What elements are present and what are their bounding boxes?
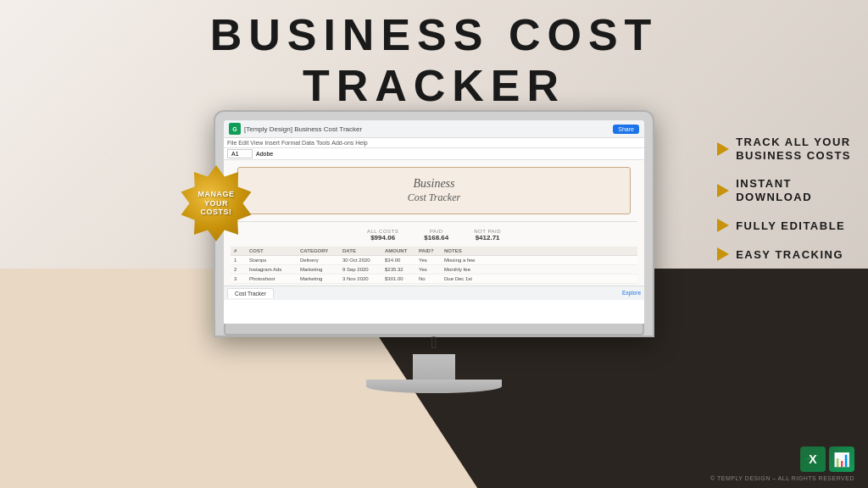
explore-button[interactable]: Explore <box>622 290 641 296</box>
row2-amount: $235.32 <box>385 267 419 272</box>
feature-tracking-text: EASY TRACKING <box>736 248 843 262</box>
formula-content: Adobe <box>256 151 273 157</box>
tracker-header-text: Business Cost Tracker <box>408 176 460 205</box>
arrow-icon <box>717 184 729 197</box>
toolbar-addons[interactable]: Add-ons <box>331 140 353 146</box>
app-icons: X 📊 <box>800 446 854 472</box>
apple-logo:  <box>214 333 654 352</box>
title-line2: TRACKER <box>0 61 868 112</box>
monitor-neck <box>413 354 455 380</box>
all-costs-label: ALL COSTS <box>367 229 398 234</box>
col-date: DATE <box>342 248 385 253</box>
row1-category: Delivery <box>300 258 342 263</box>
bottom-section: X 📊 © TEMPLY DESIGN – ALL RIGHTS RESERVE… <box>710 446 854 481</box>
col-notes: NOTES <box>444 248 495 253</box>
toolbar-data[interactable]: Data <box>302 140 314 146</box>
col-cost: COST <box>249 248 300 253</box>
paid-cell: PAID $168.64 <box>424 229 448 241</box>
cell-reference: A1 <box>227 149 253 158</box>
toolbar-help[interactable]: Help <box>355 140 367 146</box>
feature-item-download: INSTANTDOWNLOAD <box>717 177 851 203</box>
all-costs-cell: ALL COSTS $994.06 <box>367 229 398 241</box>
row2-date: 9 Sep 2020 <box>342 267 385 272</box>
toolbar-tools[interactable]: Tools <box>316 140 330 146</box>
arrow-icon <box>717 247 729 261</box>
row1-date: 30 Oct 2020 <box>342 258 385 263</box>
main-container: BUSINESS COST TRACKER MANAGEYOURCOSTS! G… <box>0 0 868 488</box>
table-row: 3 Photoshoot Marketing 3 Nov 2020 $301.0… <box>231 274 637 284</box>
not-paid-value: $412.71 <box>474 234 501 241</box>
share-button[interactable]: Share <box>613 125 639 134</box>
sheet-toolbar: File Edit View Insert Format Data Tools … <box>224 138 644 148</box>
arrow-icon <box>717 219 729 232</box>
sheets-label: 📊 <box>833 452 850 468</box>
sheet-content: Business Cost Tracker ALL COSTS $994.06 … <box>224 160 644 286</box>
feature-item-tracking: EASY TRACKING <box>717 247 851 261</box>
toolbar-edit[interactable]: Edit <box>238 140 248 146</box>
toolbar-insert[interactable]: Insert <box>264 140 280 146</box>
feature-download-text: INSTANTDOWNLOAD <box>736 177 812 203</box>
badge-shape: MANAGEYOURCOSTS! <box>178 165 254 241</box>
feature-track-text: TRACK ALL YOURBUSINESS COSTS <box>736 136 851 162</box>
toolbar-file[interactable]: File <box>227 140 236 146</box>
row3-cost: Photoshoot <box>249 276 300 281</box>
row3-notes: Due Dec 1st <box>444 276 495 281</box>
row2-category: Marketing <box>300 267 342 272</box>
row1-notes: Missing a few <box>444 258 495 263</box>
excel-icon: X <box>800 446 826 472</box>
col-paid: PAID? <box>419 248 444 253</box>
sheet-title: [Temply Design] Business Cost Tracker <box>244 125 609 133</box>
row2-notes: Monthly fee <box>444 267 495 272</box>
row1-cost: Stamps <box>249 258 300 263</box>
tracker-title-line1: Business <box>408 176 460 191</box>
row2-cost: Instagram Ads <box>249 267 300 272</box>
col-category: CATEGORY <box>300 248 342 253</box>
copyright-text: © TEMPLY DESIGN – ALL RIGHTS RESERVED <box>710 475 854 481</box>
feature-item-editable: FULLY EDITABLE <box>717 219 851 232</box>
row3-num: 3 <box>234 276 249 281</box>
feature-editable-text: FULLY EDITABLE <box>736 219 845 233</box>
table-row: 2 Instagram Ads Marketing 9 Sep 2020 $23… <box>231 265 637 274</box>
gold-badge: MANAGEYOURCOSTS! <box>178 165 254 241</box>
monitor-container: G [Temply Design] Business Cost Tracker … <box>214 110 654 393</box>
feature-item-track: TRACK ALL YOURBUSINESS COSTS <box>717 136 851 162</box>
paid-value: $168.64 <box>424 234 448 241</box>
monitor-body: G [Temply Design] Business Cost Tracker … <box>214 110 654 337</box>
table-header-row: # COST CATEGORY DATE AMOUNT PAID? NOTES <box>231 247 637 256</box>
not-paid-cell: NOT PAID $412.71 <box>474 229 501 241</box>
row1-num: 1 <box>234 258 249 263</box>
sheets-icon: 📊 <box>829 446 854 472</box>
toolbar-view[interactable]: View <box>250 140 263 146</box>
row3-date: 3 Nov 2020 <box>342 276 385 281</box>
badge-text: MANAGEYOURCOSTS! <box>188 180 245 227</box>
row2-num: 2 <box>234 267 249 272</box>
table-row: 1 Stamps Delivery 30 Oct 2020 $34.00 Yes… <box>231 256 637 265</box>
formula-bar: A1 Adobe <box>224 148 644 160</box>
toolbar-format[interactable]: Format <box>281 140 300 146</box>
cost-tracker-tab[interactable]: Cost Tracker <box>227 288 274 298</box>
col-num: # <box>234 248 249 253</box>
row3-category: Marketing <box>300 276 342 281</box>
sheets-app-icon: G <box>229 123 241 135</box>
data-table: # COST CATEGORY DATE AMOUNT PAID? NOTES … <box>231 247 637 284</box>
row1-amount: $34.00 <box>385 258 419 263</box>
monitor-base <box>366 380 502 393</box>
title-line1: BUSINESS COST <box>0 10 868 61</box>
sheet-browser-bar: G [Temply Design] Business Cost Tracker … <box>224 120 644 138</box>
col-amount: AMOUNT <box>385 248 419 253</box>
sheet-tabs: Cost Tracker Explore <box>224 286 644 300</box>
summary-row: ALL COSTS $994.06 PAID $168.64 NOT PAID … <box>224 225 644 245</box>
row3-paid: No <box>419 276 444 281</box>
row2-paid: Yes <box>419 267 444 272</box>
page-title: BUSINESS COST TRACKER <box>0 10 868 112</box>
title-section: BUSINESS COST TRACKER <box>0 10 868 112</box>
arrow-icon <box>717 142 729 156</box>
svg-line-0 <box>807 455 819 459</box>
tracker-header: Business Cost Tracker <box>237 167 631 214</box>
tracker-title-line2: Cost Tracker <box>408 191 460 205</box>
not-paid-label: NOT PAID <box>474 229 501 234</box>
row1-paid: Yes <box>419 258 444 263</box>
all-costs-value: $994.06 <box>367 234 398 241</box>
features-section: TRACK ALL YOURBUSINESS COSTS INSTANTDOWN… <box>717 136 851 261</box>
divider <box>231 221 637 222</box>
